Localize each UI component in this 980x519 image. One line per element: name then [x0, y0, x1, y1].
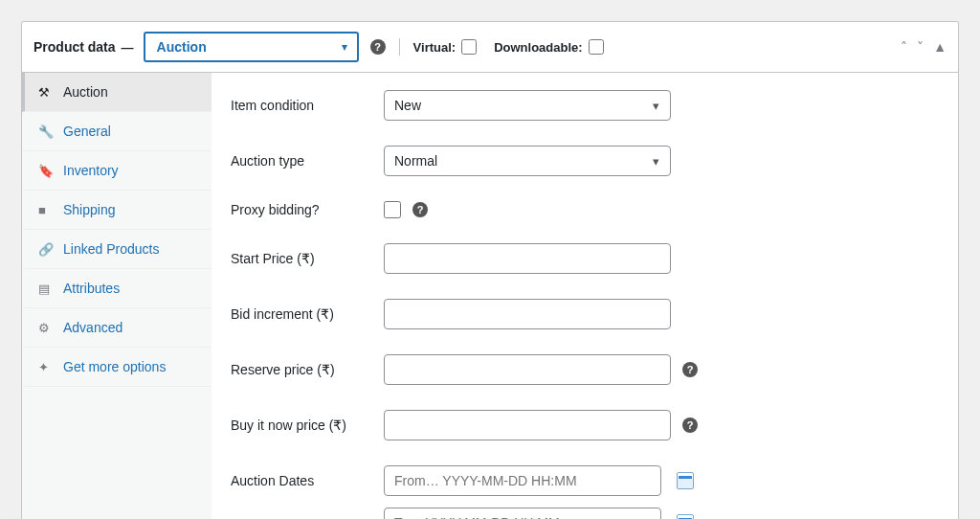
- sparkle-icon: ✦: [38, 360, 54, 374]
- calendar-icon[interactable]: [677, 472, 694, 489]
- tab-shipping[interactable]: ■Shipping: [22, 191, 212, 230]
- auction-date-to-input[interactable]: [384, 508, 661, 519]
- auction-type-label: Auction type: [231, 153, 384, 169]
- row-proxy-bidding: Proxy bidding? ?: [231, 201, 939, 218]
- start-price-label: Start Price (₹): [231, 251, 384, 266]
- title-dash: —: [122, 40, 134, 55]
- tab-attributes[interactable]: ▤Attributes: [22, 269, 212, 308]
- bid-increment-label: Bid increment (₹): [231, 306, 384, 322]
- tab-label: Auction: [63, 84, 108, 100]
- row-reserve-price: Reserve price (₹) ?: [231, 354, 939, 385]
- tab-advanced[interactable]: ⚙Advanced: [22, 308, 212, 348]
- separator: [399, 38, 400, 56]
- auction-date-from-input[interactable]: [384, 465, 661, 496]
- buy-now-price-input[interactable]: [384, 410, 671, 440]
- start-price-input[interactable]: [384, 243, 671, 274]
- tag-icon: 🔖: [38, 164, 54, 178]
- tab-general[interactable]: 🔧General: [22, 112, 212, 151]
- panel-body: ⚒Auction🔧General🔖Inventory■Shipping🔗Link…: [22, 73, 958, 519]
- tab-get-more-options[interactable]: ✦Get more options: [22, 348, 212, 387]
- bid-increment-input[interactable]: [384, 299, 671, 329]
- tab-inventory[interactable]: 🔖Inventory: [22, 151, 212, 191]
- row-bid-increment: Bid increment (₹): [231, 299, 939, 329]
- item-condition-label: Item condition: [231, 98, 384, 113]
- product-type-select[interactable]: Auction: [144, 32, 359, 62]
- virtual-label: Virtual:: [413, 40, 457, 55]
- tab-label: General: [63, 124, 111, 139]
- wrench-icon: 🔧: [38, 124, 54, 139]
- panel-handle-actions: ˄ ˅ ▲: [901, 39, 947, 55]
- tab-linked-products[interactable]: 🔗Linked Products: [22, 230, 212, 269]
- help-icon[interactable]: ?: [370, 39, 386, 55]
- proxy-bidding-checkbox[interactable]: [384, 201, 401, 218]
- item-condition-select[interactable]: New: [384, 90, 671, 121]
- reserve-price-label: Reserve price (₹): [231, 362, 384, 377]
- virtual-toggle[interactable]: Virtual:: [413, 39, 478, 55]
- help-icon[interactable]: ?: [682, 362, 698, 377]
- tab-auction[interactable]: ⚒Auction: [22, 73, 212, 112]
- row-auction-type: Auction type Normal: [231, 146, 939, 176]
- product-data-tabs: ⚒Auction🔧General🔖Inventory■Shipping🔗Link…: [22, 73, 212, 519]
- product-data-panel: Product data — Auction ? Virtual: Downlo…: [21, 21, 959, 519]
- tab-label: Attributes: [63, 281, 120, 296]
- auction-form: Item condition New Auction type Normal: [212, 73, 958, 519]
- panel-header: Product data — Auction ? Virtual: Downlo…: [22, 22, 958, 73]
- row-start-price: Start Price (₹): [231, 243, 939, 274]
- panel-title: Product data: [33, 39, 116, 55]
- calendar-icon[interactable]: [677, 514, 694, 519]
- row-auction-dates: Auction Dates: [231, 465, 939, 519]
- proxy-bidding-label: Proxy bidding?: [231, 202, 384, 217]
- tab-label: Linked Products: [63, 241, 159, 257]
- tab-label: Inventory: [63, 163, 119, 178]
- virtual-checkbox[interactable]: [461, 39, 477, 55]
- triangle-up-icon[interactable]: ▲: [933, 39, 947, 55]
- reserve-price-input[interactable]: [384, 354, 671, 385]
- truck-icon: ■: [38, 203, 54, 217]
- auction-dates-label: Auction Dates: [231, 465, 384, 488]
- downloadable-checkbox[interactable]: [589, 39, 604, 55]
- chevron-up-icon[interactable]: ˄: [901, 39, 907, 55]
- gear-icon: ⚙: [38, 321, 54, 335]
- list-icon: ▤: [38, 282, 54, 296]
- tab-label: Get more options: [63, 359, 166, 374]
- tab-label: Shipping: [63, 202, 116, 217]
- downloadable-toggle[interactable]: Downloadable:: [494, 39, 603, 55]
- buy-now-price-label: Buy it now price (₹): [231, 417, 384, 433]
- link-icon: 🔗: [38, 242, 54, 257]
- tab-label: Advanced: [63, 320, 122, 335]
- row-item-condition: Item condition New: [231, 90, 939, 121]
- row-buy-now-price: Buy it now price (₹) ?: [231, 410, 939, 440]
- chevron-down-icon[interactable]: ˅: [917, 39, 924, 55]
- downloadable-label: Downloadable:: [494, 40, 582, 55]
- help-icon[interactable]: ?: [682, 417, 698, 433]
- gavel-icon: ⚒: [38, 85, 54, 100]
- auction-type-select[interactable]: Normal: [384, 146, 671, 176]
- help-icon[interactable]: ?: [412, 202, 428, 217]
